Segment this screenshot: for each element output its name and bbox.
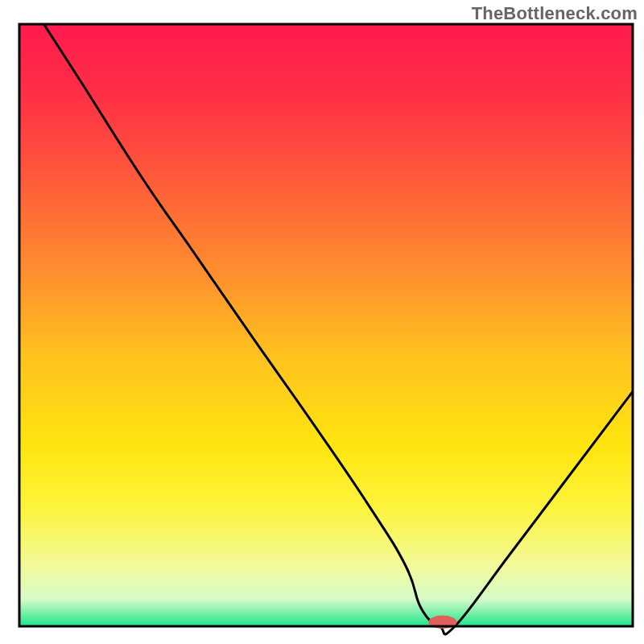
gradient-background [19,24,633,626]
chart-container: TheBottleneck.com [0,0,644,644]
watermark-text: TheBottleneck.com [472,3,638,24]
bottleneck-chart [0,0,644,644]
